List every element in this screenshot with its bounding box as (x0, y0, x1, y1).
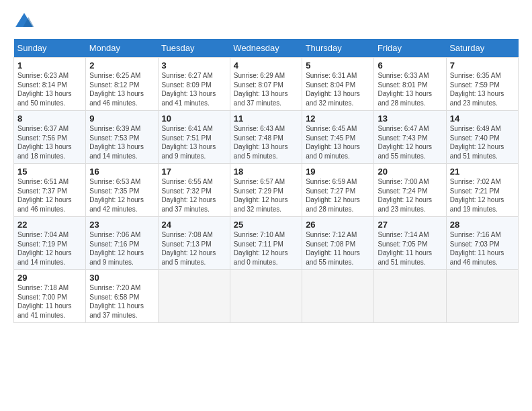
day-info: Sunrise: 7:04 AM Sunset: 7:19 PM Dayligh… (17, 230, 82, 267)
day-number: 28 (450, 220, 515, 230)
day-info: Sunrise: 6:33 AM Sunset: 8:01 PM Dayligh… (378, 71, 442, 107)
col-header-tuesday: Tuesday (158, 39, 230, 58)
day-info: Sunrise: 6:31 AM Sunset: 8:04 PM Dayligh… (306, 71, 370, 107)
day-number: 24 (162, 220, 226, 230)
day-info: Sunrise: 6:39 AM Sunset: 7:53 PM Dayligh… (89, 124, 154, 161)
logo-icon (13, 11, 35, 32)
calendar-table: SundayMondayTuesdayWednesdayThursdayFrid… (13, 39, 519, 323)
calendar-day-cell: 28Sunrise: 7:16 AM Sunset: 7:03 PM Dayli… (446, 217, 518, 270)
day-info: Sunrise: 6:41 AM Sunset: 7:51 PM Dayligh… (162, 124, 226, 161)
day-number: 4 (234, 60, 298, 71)
day-number: 27 (378, 220, 442, 230)
day-number: 16 (89, 167, 154, 177)
calendar-header-row: SundayMondayTuesdayWednesdayThursdayFrid… (14, 39, 519, 58)
calendar-day-cell: 10Sunrise: 6:41 AM Sunset: 7:51 PM Dayli… (158, 111, 230, 164)
day-number: 23 (89, 220, 154, 230)
day-number: 13 (378, 113, 442, 124)
col-header-saturday: Saturday (446, 39, 518, 58)
calendar-day-cell (374, 270, 446, 323)
calendar-day-cell: 1Sunrise: 6:23 AM Sunset: 8:14 PM Daylig… (14, 58, 86, 111)
day-number: 10 (162, 113, 226, 124)
calendar-day-cell: 20Sunrise: 7:00 AM Sunset: 7:24 PM Dayli… (374, 164, 446, 217)
day-info: Sunrise: 6:43 AM Sunset: 7:48 PM Dayligh… (234, 124, 298, 161)
calendar-day-cell: 18Sunrise: 6:57 AM Sunset: 7:29 PM Dayli… (230, 164, 302, 217)
calendar-day-cell: 25Sunrise: 7:10 AM Sunset: 7:11 PM Dayli… (230, 217, 302, 270)
day-info: Sunrise: 6:51 AM Sunset: 7:37 PM Dayligh… (17, 177, 82, 214)
day-info: Sunrise: 6:53 AM Sunset: 7:35 PM Dayligh… (89, 177, 154, 214)
day-info: Sunrise: 6:49 AM Sunset: 7:40 PM Dayligh… (450, 124, 515, 161)
col-header-wednesday: Wednesday (230, 39, 302, 58)
day-info: Sunrise: 7:12 AM Sunset: 7:08 PM Dayligh… (306, 230, 370, 267)
calendar-day-cell: 12Sunrise: 6:45 AM Sunset: 7:45 PM Dayli… (302, 111, 374, 164)
day-number: 2 (89, 60, 154, 71)
calendar-day-cell: 29Sunrise: 7:18 AM Sunset: 7:00 PM Dayli… (14, 270, 86, 323)
day-number: 21 (450, 167, 515, 177)
col-header-thursday: Thursday (302, 39, 374, 58)
day-number: 8 (17, 113, 82, 124)
day-number: 17 (162, 167, 226, 177)
day-info: Sunrise: 6:57 AM Sunset: 7:29 PM Dayligh… (234, 177, 298, 214)
day-number: 19 (306, 167, 370, 177)
calendar-day-cell: 22Sunrise: 7:04 AM Sunset: 7:19 PM Dayli… (14, 217, 86, 270)
day-info: Sunrise: 6:55 AM Sunset: 7:32 PM Dayligh… (162, 177, 226, 214)
day-number: 25 (234, 220, 298, 230)
calendar-day-cell: 7Sunrise: 6:35 AM Sunset: 7:59 PM Daylig… (446, 58, 518, 111)
calendar-day-cell: 30Sunrise: 7:20 AM Sunset: 6:58 PM Dayli… (86, 270, 158, 323)
calendar-day-cell (446, 270, 518, 323)
calendar-day-cell: 13Sunrise: 6:47 AM Sunset: 7:43 PM Dayli… (374, 111, 446, 164)
calendar-week-row: 22Sunrise: 7:04 AM Sunset: 7:19 PM Dayli… (14, 217, 519, 270)
day-info: Sunrise: 7:18 AM Sunset: 7:00 PM Dayligh… (17, 283, 82, 320)
col-header-friday: Friday (374, 39, 446, 58)
day-number: 1 (17, 60, 82, 71)
page-container: SundayMondayTuesdayWednesdayThursdayFrid… (0, 0, 532, 330)
calendar-day-cell (302, 270, 374, 323)
calendar-day-cell: 5Sunrise: 6:31 AM Sunset: 8:04 PM Daylig… (302, 58, 374, 111)
day-number: 3 (162, 60, 226, 71)
day-number: 22 (17, 220, 82, 230)
day-number: 7 (450, 60, 515, 71)
col-header-sunday: Sunday (14, 39, 86, 58)
calendar-day-cell: 21Sunrise: 7:02 AM Sunset: 7:21 PM Dayli… (446, 164, 518, 217)
day-number: 11 (234, 113, 298, 124)
header (13, 11, 519, 32)
day-info: Sunrise: 6:47 AM Sunset: 7:43 PM Dayligh… (378, 124, 442, 161)
calendar-day-cell: 26Sunrise: 7:12 AM Sunset: 7:08 PM Dayli… (302, 217, 374, 270)
day-info: Sunrise: 7:02 AM Sunset: 7:21 PM Dayligh… (450, 177, 515, 214)
day-number: 29 (17, 273, 82, 283)
day-number: 5 (306, 60, 370, 71)
day-number: 26 (306, 220, 370, 230)
calendar-week-row: 8Sunrise: 6:37 AM Sunset: 7:56 PM Daylig… (14, 111, 519, 164)
day-info: Sunrise: 6:27 AM Sunset: 8:09 PM Dayligh… (162, 71, 226, 107)
day-number: 15 (17, 167, 82, 177)
day-info: Sunrise: 7:20 AM Sunset: 6:58 PM Dayligh… (89, 283, 154, 320)
col-header-monday: Monday (86, 39, 158, 58)
day-info: Sunrise: 7:06 AM Sunset: 7:16 PM Dayligh… (89, 230, 154, 267)
day-info: Sunrise: 6:29 AM Sunset: 8:07 PM Dayligh… (234, 71, 298, 107)
calendar-day-cell (230, 270, 302, 323)
day-number: 9 (89, 113, 154, 124)
day-info: Sunrise: 6:45 AM Sunset: 7:45 PM Dayligh… (306, 124, 370, 161)
day-info: Sunrise: 6:35 AM Sunset: 7:59 PM Dayligh… (450, 71, 515, 107)
day-number: 12 (306, 113, 370, 124)
day-info: Sunrise: 6:23 AM Sunset: 8:14 PM Dayligh… (17, 71, 82, 107)
calendar-week-row: 1Sunrise: 6:23 AM Sunset: 8:14 PM Daylig… (14, 58, 519, 111)
calendar-day-cell (158, 270, 230, 323)
calendar-day-cell: 4Sunrise: 6:29 AM Sunset: 8:07 PM Daylig… (230, 58, 302, 111)
day-info: Sunrise: 7:16 AM Sunset: 7:03 PM Dayligh… (450, 230, 515, 267)
calendar-day-cell: 23Sunrise: 7:06 AM Sunset: 7:16 PM Dayli… (86, 217, 158, 270)
day-info: Sunrise: 6:25 AM Sunset: 8:12 PM Dayligh… (89, 71, 154, 107)
day-number: 30 (89, 273, 154, 283)
day-info: Sunrise: 7:10 AM Sunset: 7:11 PM Dayligh… (234, 230, 298, 267)
day-number: 18 (234, 167, 298, 177)
logo (13, 11, 38, 32)
calendar-day-cell: 2Sunrise: 6:25 AM Sunset: 8:12 PM Daylig… (86, 58, 158, 111)
calendar-day-cell: 3Sunrise: 6:27 AM Sunset: 8:09 PM Daylig… (158, 58, 230, 111)
calendar-day-cell: 11Sunrise: 6:43 AM Sunset: 7:48 PM Dayli… (230, 111, 302, 164)
calendar-day-cell: 24Sunrise: 7:08 AM Sunset: 7:13 PM Dayli… (158, 217, 230, 270)
day-number: 6 (378, 60, 442, 71)
calendar-day-cell: 14Sunrise: 6:49 AM Sunset: 7:40 PM Dayli… (446, 111, 518, 164)
calendar-day-cell: 6Sunrise: 6:33 AM Sunset: 8:01 PM Daylig… (374, 58, 446, 111)
day-number: 20 (378, 167, 442, 177)
calendar-day-cell: 9Sunrise: 6:39 AM Sunset: 7:53 PM Daylig… (86, 111, 158, 164)
calendar-day-cell: 19Sunrise: 6:59 AM Sunset: 7:27 PM Dayli… (302, 164, 374, 217)
